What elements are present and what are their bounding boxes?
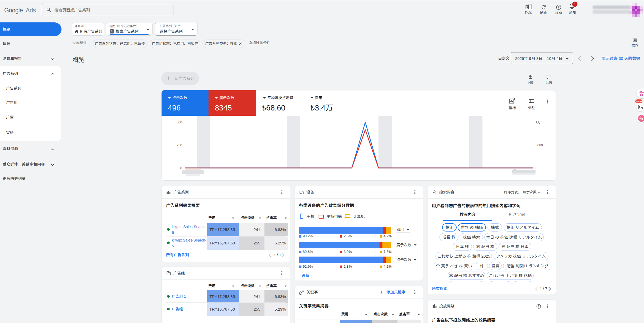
svg-text:5000: 5000: [536, 143, 543, 147]
svg-text:500: 500: [177, 120, 182, 124]
svg-text:0: 0: [180, 166, 182, 170]
svg-text:1万: 1万: [536, 120, 541, 124]
svg-text:?: ?: [558, 6, 560, 9]
svg-text:?: ?: [538, 305, 539, 308]
svg-text:0: 0: [536, 166, 537, 170]
svg-text:250: 250: [177, 143, 182, 147]
